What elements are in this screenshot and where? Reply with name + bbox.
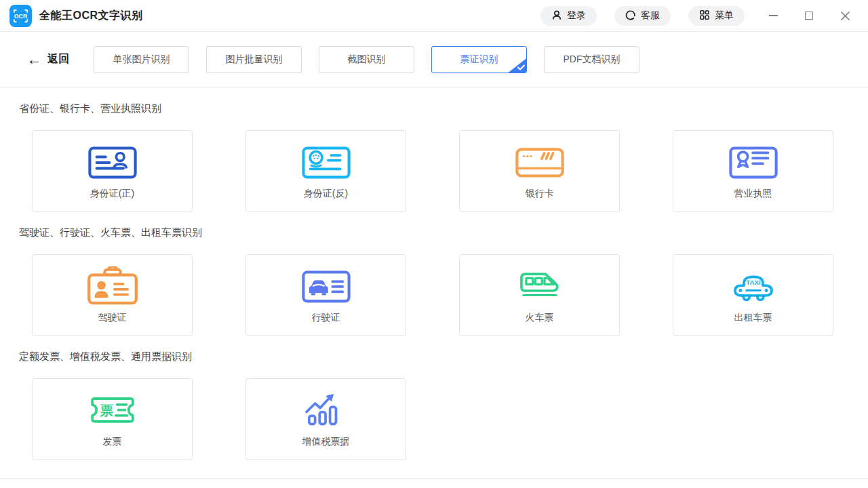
back-label: 返回 — [47, 52, 69, 66]
card-id-card-front[interactable]: 身份证(正) — [32, 130, 193, 212]
maximize-icon — [805, 12, 813, 20]
support-button[interactable]: 客服 — [614, 6, 671, 26]
close-icon — [840, 11, 850, 21]
login-button[interactable]: 登录 — [540, 6, 597, 26]
card-business-license[interactable]: 营业执照 — [673, 130, 833, 212]
menu-label: 菜单 — [715, 9, 734, 22]
card-label: 银行卡 — [526, 188, 554, 200]
card-driver-license[interactable]: 驾驶证 — [32, 254, 193, 336]
train-ticket-icon — [513, 266, 567, 306]
card-label: 驾驶证 — [98, 312, 127, 324]
card-label: 身份证(正) — [90, 188, 134, 200]
check-icon — [517, 64, 525, 70]
card-grid-2: 驾驶证 行驶证 — [32, 254, 868, 336]
section-heading-vehicle-tickets: 驾驶证、行驶证、火车票、出租车票识别 — [19, 227, 868, 238]
back-arrow-icon: ← — [27, 52, 41, 66]
section-heading-invoices: 定额发票、增值税发票、通用票据识别 — [19, 351, 868, 362]
card-bank-card[interactable]: 银行卡 — [459, 130, 620, 212]
card-label: 增值税票据 — [302, 436, 350, 448]
driver-license-icon — [85, 266, 140, 306]
main-content: 省份证、银行卡、营业执照识别 身份证(正) — [0, 87, 868, 460]
card-vat-invoice[interactable]: 增值税票据 — [245, 378, 406, 460]
window-controls — [768, 10, 850, 21]
minimize-icon — [769, 15, 778, 16]
minimize-button[interactable] — [768, 10, 778, 21]
svg-text:OCR: OCR — [14, 12, 28, 19]
tab-pdf-ocr[interactable]: PDF文档识别 — [544, 46, 639, 73]
tab-screenshot-ocr[interactable]: 截图识别 — [319, 46, 414, 73]
tabs: 单张图片识别 图片批量识别 截图识别 票证识别 PDF文档识别 — [94, 46, 639, 73]
card-label: 发票 — [103, 436, 122, 448]
card-label: 火车票 — [526, 312, 554, 324]
card-taxi-receipt[interactable]: TAXI 出租车票 — [673, 254, 833, 336]
business-license-icon — [726, 142, 781, 182]
title-bar: OCR 全能王OCR文字识别 登录 客服 — [0, 0, 868, 32]
login-label: 登录 — [567, 9, 586, 22]
support-label: 客服 — [641, 9, 660, 22]
app-logo-icon: OCR — [9, 5, 32, 27]
card-invoice[interactable]: 票 发票 — [32, 378, 193, 460]
card-train-ticket[interactable]: 火车票 — [459, 254, 620, 336]
vat-invoice-icon — [299, 390, 353, 430]
tab-batch-image-ocr[interactable]: 图片批量识别 — [206, 46, 302, 73]
card-label: 身份证(反) — [304, 188, 348, 200]
svg-text:票: 票 — [99, 403, 113, 418]
bank-card-icon — [513, 142, 567, 182]
card-label: 行驶证 — [312, 312, 340, 324]
close-button[interactable] — [840, 10, 850, 21]
card-grid-3: 票 发票 增值税票据 — [32, 378, 868, 460]
invoice-icon: 票 — [85, 390, 140, 430]
tab-ticket-ocr-label: 票证识别 — [460, 54, 498, 66]
card-vehicle-license[interactable]: 行驶证 — [245, 254, 406, 336]
id-card-back-icon — [299, 142, 353, 182]
mode-tab-bar: ← 返回 单张图片识别 图片批量识别 截图识别 票证识别 PDF文档识别 — [0, 32, 868, 87]
card-label: 出租车票 — [734, 312, 772, 324]
section-heading-id-bank-license: 省份证、银行卡、营业执照识别 — [19, 103, 868, 114]
grid-menu-icon — [699, 9, 710, 22]
titlebar-actions: 登录 客服 菜单 — [540, 6, 745, 26]
user-icon — [551, 9, 562, 22]
svg-text:TAXI: TAXI — [746, 279, 761, 286]
card-label: 营业执照 — [734, 188, 772, 200]
headset-icon — [625, 9, 636, 22]
app-title: 全能王OCR文字识别 — [39, 9, 143, 23]
card-grid-1: 身份证(正) 身份证(反) — [32, 130, 868, 212]
taxi-receipt-icon: TAXI — [726, 266, 781, 306]
vehicle-license-icon — [299, 266, 353, 306]
bottom-divider — [0, 479, 868, 479]
id-card-front-icon — [85, 142, 140, 182]
maximize-button[interactable] — [804, 10, 814, 21]
active-tab-corner — [508, 58, 527, 73]
card-id-card-back[interactable]: 身份证(反) — [245, 130, 406, 212]
tab-single-image-ocr[interactable]: 单张图片识别 — [94, 46, 189, 73]
menu-button[interactable]: 菜单 — [688, 6, 745, 26]
back-button[interactable]: ← 返回 — [27, 52, 69, 66]
tab-ticket-ocr[interactable]: 票证识别 — [431, 46, 527, 73]
